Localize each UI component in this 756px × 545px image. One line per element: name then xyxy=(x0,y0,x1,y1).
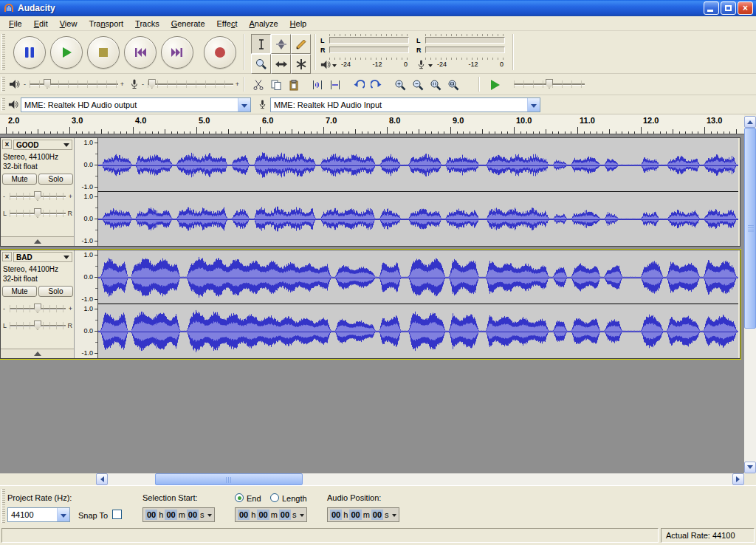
output-device-select[interactable]: MME: Realtek HD Audio output xyxy=(21,97,251,112)
meter-dropdown-icon[interactable] xyxy=(332,64,337,69)
end-radio[interactable] xyxy=(235,493,244,502)
skip-to-start-button[interactable] xyxy=(124,36,157,69)
cut-button[interactable] xyxy=(250,76,267,93)
trim-audio-button[interactable] xyxy=(309,76,326,93)
waveform-track-good[interactable] xyxy=(98,138,738,246)
time-digit-field[interactable]: 00 xyxy=(371,510,383,520)
scroll-right-button[interactable] xyxy=(732,473,744,485)
time-digit-field[interactable]: 00 xyxy=(165,510,176,520)
end-radio-label[interactable]: End xyxy=(247,494,261,503)
time-shift-tool-button[interactable] xyxy=(271,54,291,74)
copy-button[interactable] xyxy=(267,76,284,93)
draw-tool-button[interactable] xyxy=(291,34,311,54)
time-format-dropdown-icon[interactable] xyxy=(392,514,396,519)
multi-tool-button[interactable] xyxy=(291,54,311,74)
time-format-dropdown-icon[interactable] xyxy=(300,514,304,519)
track-close-button[interactable]: × xyxy=(2,252,12,261)
zoom-tool-button[interactable] xyxy=(251,54,271,74)
time-digit-field[interactable]: 00 xyxy=(279,510,291,520)
time-format-dropdown-icon[interactable] xyxy=(207,514,212,519)
input-level-slider[interactable]: - + xyxy=(142,78,239,92)
menu-edit[interactable]: Edit xyxy=(28,18,54,30)
menu-view[interactable]: View xyxy=(54,18,83,30)
menu-tracks[interactable]: Tracks xyxy=(129,18,165,30)
scroll-up-button[interactable] xyxy=(744,116,756,128)
dropdown-arrow-icon[interactable] xyxy=(527,98,540,112)
track-gain-slider[interactable]: - + xyxy=(3,302,72,314)
time-digit-field[interactable]: 00 xyxy=(238,510,250,520)
dropdown-arrow-icon[interactable] xyxy=(57,508,69,521)
minimize-button[interactable] xyxy=(704,1,719,15)
track-close-button[interactable]: × xyxy=(2,140,12,149)
title-bar[interactable]: Audacity × xyxy=(0,0,756,16)
stop-button[interactable] xyxy=(87,36,120,69)
mute-button[interactable]: Mute xyxy=(2,174,37,185)
track-pan-slider[interactable]: L R xyxy=(3,207,72,219)
track-pan-slider[interactable]: L R xyxy=(3,319,72,331)
output-volume-slider[interactable]: - + xyxy=(24,78,124,92)
track-good[interactable]: × GOOD Stereo, 44100Hz 32-bit float Mute… xyxy=(0,137,740,247)
snap-to-checkbox[interactable] xyxy=(112,510,122,519)
play-at-speed-button[interactable] xyxy=(486,76,503,93)
fit-selection-button[interactable] xyxy=(427,76,444,93)
skip-to-end-button[interactable] xyxy=(161,36,193,69)
track-name-button[interactable]: GOOD xyxy=(13,140,72,150)
menu-effect[interactable]: Effect xyxy=(211,18,244,30)
record-button[interactable] xyxy=(204,36,236,69)
scroll-left-button[interactable] xyxy=(96,473,108,485)
input-device-select[interactable]: MME: Realtek HD Audio Input xyxy=(270,97,540,112)
scroll-down-button[interactable] xyxy=(744,462,756,473)
selection-start-time[interactable]: 00h00m00s xyxy=(142,507,215,522)
horizontal-scroll-thumb[interactable] xyxy=(155,473,303,485)
maximize-button[interactable] xyxy=(721,1,736,15)
solo-button[interactable]: Solo xyxy=(38,286,73,297)
zoom-in-button[interactable] xyxy=(391,76,408,93)
envelope-tool-button[interactable] xyxy=(271,34,291,54)
menu-generate[interactable]: Generate xyxy=(165,18,211,30)
toolbar-gripper[interactable] xyxy=(1,77,5,92)
waveform-track-bad[interactable] xyxy=(98,250,738,358)
selection-tool-button[interactable] xyxy=(251,34,271,54)
audio-position-time[interactable]: 00h00m00s xyxy=(327,507,399,522)
vertical-scroll-thumb[interactable] xyxy=(744,128,756,329)
toolbar-gripper[interactable] xyxy=(1,98,5,111)
track-area[interactable]: × GOOD Stereo, 44100Hz 32-bit float Mute… xyxy=(0,134,744,473)
menu-transport[interactable]: Transport xyxy=(83,18,129,30)
project-rate-select[interactable]: 44100 xyxy=(7,507,70,522)
undo-button[interactable] xyxy=(350,76,367,93)
length-radio[interactable] xyxy=(270,493,279,502)
menu-help[interactable]: Help xyxy=(284,18,313,30)
selection-end-time[interactable]: 00h00m00s xyxy=(235,507,307,522)
time-digit-field[interactable]: 00 xyxy=(349,510,361,520)
playback-speed-slider[interactable] xyxy=(508,78,591,92)
mute-button[interactable]: Mute xyxy=(2,286,37,297)
toolbar-gripper[interactable] xyxy=(1,34,5,70)
menu-file[interactable]: File xyxy=(3,18,28,30)
track-name-button[interactable]: BAD xyxy=(13,252,72,262)
vertical-scrollbar[interactable] xyxy=(744,116,756,473)
paste-button[interactable] xyxy=(285,76,302,93)
toolbar-gripper[interactable] xyxy=(1,489,5,523)
zoom-out-button[interactable] xyxy=(409,76,426,93)
dropdown-arrow-icon[interactable] xyxy=(238,98,250,112)
track-bad[interactable]: × BAD Stereo, 44100Hz 32-bit float Mute … xyxy=(0,250,740,359)
meter-dropdown-icon[interactable] xyxy=(428,64,433,69)
playback-meter[interactable]: L R -24 -12 0 xyxy=(319,34,410,72)
time-digit-field[interactable]: 00 xyxy=(257,510,269,520)
play-button[interactable] xyxy=(50,36,83,69)
redo-button[interactable] xyxy=(368,76,385,93)
track-collapse-button[interactable] xyxy=(1,236,74,246)
length-radio-label[interactable]: Length xyxy=(282,494,307,503)
menu-analyze[interactable]: Analyze xyxy=(243,18,284,30)
horizontal-scrollbar[interactable] xyxy=(96,473,744,485)
solo-button[interactable]: Solo xyxy=(38,174,73,185)
time-digit-field[interactable]: 00 xyxy=(145,510,157,520)
fit-project-button[interactable] xyxy=(444,76,461,93)
time-digit-field[interactable]: 00 xyxy=(330,510,342,520)
timeline-ruler[interactable]: 2.03.04.05.06.07.08.09.010.011.012.013.0 xyxy=(0,114,744,134)
close-button[interactable]: × xyxy=(738,1,753,15)
recording-meter[interactable]: L R -24 -12 0 xyxy=(415,34,506,72)
silence-audio-button[interactable] xyxy=(326,76,343,93)
track-collapse-button[interactable] xyxy=(1,349,74,358)
track-gain-slider[interactable]: - + xyxy=(3,190,72,202)
